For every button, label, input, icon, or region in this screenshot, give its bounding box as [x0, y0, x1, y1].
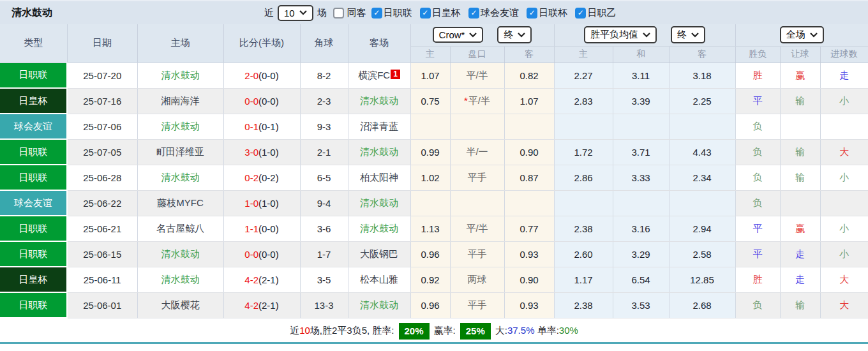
- league-filter-group: ✓ 日职联 ✓ 日皇杯 ✓ 球会友谊 ✓ 日联杯 ✓ 日职乙: [366, 6, 617, 19]
- summary-text: 10: [299, 325, 310, 336]
- handicap-line-cell: [450, 190, 504, 216]
- checkbox-checked-icon: ✓: [575, 8, 586, 19]
- summary-text: 赢率:: [434, 325, 456, 336]
- league-type-badge: 日职联: [0, 292, 67, 318]
- handicap-result-cell: [780, 190, 820, 216]
- checkbox-checked-icon: ✓: [371, 8, 382, 19]
- bookmaker-time-select[interactable]: 终: [497, 26, 532, 43]
- avg-home-odds-cell: 2.38: [554, 216, 613, 241]
- league-filter-checkbox[interactable]: ✓ 日职联: [371, 7, 412, 19]
- table-row: 日职联 25-07-05 町田泽维亚 3-0(1-0) 2-1 清水鼓动 0.9…: [0, 139, 868, 165]
- home-team-cell: 町田泽维亚: [137, 139, 223, 165]
- col-header-score: 比分(半场): [223, 24, 300, 63]
- handicap-away-odds-cell: 0.87: [504, 165, 554, 190]
- away-team-cell: 松本山雅: [348, 267, 410, 292]
- handicap-line-cell: 平手: [450, 165, 504, 190]
- handicap-home-odds-cell: [410, 190, 450, 216]
- league-filter-checkbox[interactable]: ✓ 球会友谊: [468, 7, 519, 19]
- league-type-badge: 日皇杯: [0, 267, 67, 292]
- avg-away-odds-cell: 12.85: [669, 267, 735, 292]
- chevron-down-icon: [469, 33, 477, 38]
- result-cell: 胜: [735, 63, 780, 88]
- goals-result-cell: 走: [820, 63, 868, 88]
- match-count-select[interactable]: 10: [278, 5, 313, 21]
- league-filter-checkbox[interactable]: ✓ 日职乙: [575, 7, 616, 19]
- scope-select[interactable]: 全场: [780, 26, 824, 43]
- avg-home-odds-cell: [554, 114, 613, 139]
- handicap-line-cell: [450, 114, 504, 139]
- sub-header-avg-draw: 和: [613, 46, 669, 63]
- average-type-select[interactable]: 胜平负均值: [584, 26, 657, 43]
- date-cell: 25-06-15: [67, 241, 137, 267]
- table-row: 日职联 25-06-28 清水鼓动 0-2(0-2) 6-5 柏太阳神 1.02…: [0, 165, 868, 190]
- same-opponent-checkbox[interactable]: [333, 8, 344, 19]
- score-cell: 1-1(0-0): [223, 216, 300, 241]
- date-cell: 25-07-05: [67, 139, 137, 165]
- avg-draw-odds-cell: 3.16: [613, 216, 669, 241]
- score-cell: 0-0(0-0): [223, 241, 300, 267]
- avg-draw-odds-cell: 3.53: [613, 292, 669, 318]
- avg-away-odds-cell: 2.25: [669, 88, 735, 114]
- corner-cell: 2-3: [300, 88, 348, 114]
- handicap-home-odds-cell: 1.13: [410, 216, 450, 241]
- home-team-cell: 清水鼓动: [137, 165, 223, 190]
- checkbox-checked-icon: ✓: [420, 8, 431, 19]
- score-cell: 4-2(2-1): [223, 292, 300, 318]
- league-filter-checkbox[interactable]: ✓ 日联杯: [527, 7, 567, 19]
- handicap-result-cell: 输: [780, 139, 820, 165]
- league-type-badge: 球会友谊: [0, 190, 67, 216]
- table-row: 日皇杯 25-07-16 湘南海洋 0-0(0-0) 2-3 清水鼓动 0.75…: [0, 88, 868, 114]
- avg-home-odds-cell: 2.27: [554, 63, 613, 88]
- league-type-badge: 日职联: [0, 216, 67, 241]
- goals-result-cell: 大: [820, 292, 868, 318]
- bookmaker-select[interactable]: Crow*: [433, 27, 484, 43]
- league-filter-label: 日职乙: [587, 7, 616, 19]
- sub-header-result: 胜负: [735, 46, 780, 63]
- corner-cell: 6-5: [300, 165, 348, 190]
- score-cell: 2-0(0-0): [223, 63, 300, 88]
- away-team-cell: 清水鼓动: [348, 292, 410, 318]
- avg-draw-odds-cell: 3.39: [613, 88, 669, 114]
- average-time-select[interactable]: 终: [671, 26, 705, 43]
- summary-text: 场,胜2平3负5, 胜率:: [310, 325, 394, 336]
- handicap-home-odds-cell: 0.96: [410, 241, 450, 267]
- col-header-away: 客场: [348, 24, 410, 63]
- table-row: 日皇杯 25-06-11 清水鼓动 4-2(2-1) 3-5 松本山雅 0.92…: [0, 267, 868, 292]
- score-cell: 3-0(1-0): [223, 139, 300, 165]
- league-filter-label: 日皇杯: [432, 7, 461, 19]
- handicap-result-cell: 走: [780, 241, 820, 267]
- checkbox-checked-icon: ✓: [527, 8, 537, 19]
- col-header-date: 日期: [67, 24, 137, 63]
- date-cell: 25-07-06: [67, 114, 137, 139]
- handicap-line-cell: 平手: [450, 292, 504, 318]
- avg-home-odds-cell: 1.17: [554, 267, 613, 292]
- page-title: 清水鼓动: [11, 6, 52, 20]
- away-team-cell: 清水鼓动: [348, 216, 410, 241]
- avg-home-odds-cell: 2.38: [554, 292, 613, 318]
- sub-header-handicap-line: 盘口: [450, 46, 504, 63]
- sub-header-handicap-away: 客: [504, 46, 554, 63]
- table-row: 日职联 25-07-20 清水鼓动 2-0(0-0) 8-2 横滨FC1 1.0…: [0, 63, 868, 88]
- away-team-cell: 大阪钢巴: [348, 241, 410, 267]
- score-cell: 0-1(0-1): [223, 114, 300, 139]
- avg-away-odds-cell: 2.34: [669, 165, 735, 190]
- date-cell: 25-06-01: [67, 292, 137, 318]
- sub-header-handicap-home: 主: [410, 46, 450, 63]
- date-cell: 25-06-28: [67, 165, 137, 190]
- chevron-down-icon: [299, 10, 307, 15]
- avg-draw-odds-cell: [613, 114, 669, 139]
- corner-cell: 9-4: [300, 190, 348, 216]
- handicap-home-odds-cell: 1.02: [410, 165, 450, 190]
- league-type-badge: 日职联: [0, 63, 67, 88]
- avg-away-odds-cell: 2.58: [669, 241, 735, 267]
- matches-label: 场: [317, 7, 327, 19]
- handicap-result-cell: 输: [780, 88, 820, 114]
- home-team-cell: 名古屋鲸八: [137, 216, 223, 241]
- corner-cell: 13-3: [300, 292, 348, 318]
- summary-text: 37.5%: [507, 325, 535, 336]
- league-type-badge: 日皇杯: [0, 88, 67, 114]
- result-cell: 平: [735, 216, 780, 241]
- result-cell: 负: [735, 139, 780, 165]
- handicap-away-odds-cell: 0.82: [504, 63, 554, 88]
- league-filter-checkbox[interactable]: ✓ 日皇杯: [420, 7, 461, 19]
